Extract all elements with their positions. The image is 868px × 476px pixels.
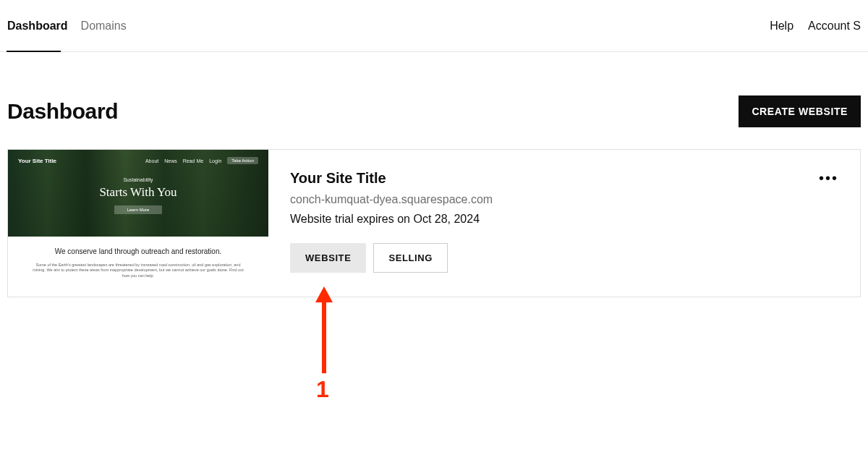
nav-tabs: Dashboard Domains [7, 0, 127, 52]
thumbnail-mini-links: About News Read Me Login Take Action [145, 157, 258, 164]
thumbnail-hero: Your Site Title About News Read Me Login… [8, 150, 268, 237]
thumbnail-mini-link: Login [209, 158, 221, 163]
thumbnail-body: We conserve land through outreach and re… [8, 237, 268, 297]
help-link[interactable]: Help [770, 0, 793, 52]
main-header: Dashboard CREATE WEBSITE [0, 52, 868, 149]
site-trial-status: Website trial expires on Oct 28, 2024 [290, 213, 838, 226]
thumbnail-hero-headline: Starts With You [18, 185, 258, 200]
thumbnail-mini-link: Read Me [183, 158, 203, 163]
website-button[interactable]: WEBSITE [290, 243, 366, 273]
thumbnail-hero-center: Sustainability Starts With You Learn Mor… [18, 177, 258, 214]
thumbnail-lead-text: We conserve land through outreach and re… [25, 247, 251, 257]
thumbnail-hero-button: Learn More [114, 205, 163, 214]
active-tab-underline [7, 51, 61, 52]
thumbnail-mini-cta: Take Action [227, 157, 258, 164]
thumbnail-hero-eyebrow: Sustainability [18, 177, 258, 182]
top-nav: Dashboard Domains Help Account S [0, 0, 868, 52]
thumbnail-mini-nav: Your Site Title About News Read Me Login… [18, 157, 258, 164]
thumbnail-small-text: Some of the Earth's greatest landscapes … [25, 263, 251, 279]
annotation-number: 1 [316, 376, 329, 403]
more-options-icon[interactable]: ••• [819, 170, 838, 187]
nav-right-links: Help Account S [770, 0, 861, 52]
site-domain: conch-kumquat-dyea.squarespace.com [290, 193, 838, 206]
thumbnail-site-title: Your Site Title [18, 158, 56, 164]
site-card: Your Site Title About News Read Me Login… [7, 149, 861, 297]
site-title: Your Site Title [290, 170, 838, 187]
selling-button[interactable]: SELLING [373, 243, 448, 273]
tab-domains[interactable]: Domains [81, 0, 127, 52]
create-website-button[interactable]: CREATE WEBSITE [739, 95, 861, 127]
account-settings-link[interactable]: Account S [808, 0, 861, 52]
tab-dashboard[interactable]: Dashboard [7, 0, 68, 52]
thumbnail-mini-link: About [145, 158, 158, 163]
site-thumbnail[interactable]: Your Site Title About News Read Me Login… [8, 150, 268, 297]
site-info: Your Site Title conch-kumquat-dyea.squar… [268, 150, 860, 297]
site-actions: WEBSITE SELLING [290, 243, 838, 273]
page-title: Dashboard [7, 99, 118, 124]
thumbnail-mini-link: News [164, 158, 177, 163]
